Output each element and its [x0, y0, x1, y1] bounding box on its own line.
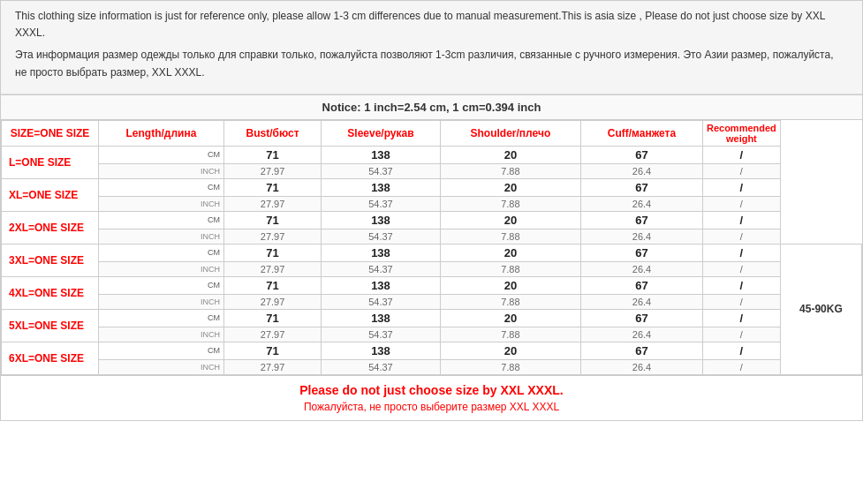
- size-label: L=ONE SIZE: [2, 146, 99, 178]
- cm-length: 71: [223, 146, 321, 163]
- inch-sleeve: 7.88: [440, 294, 580, 309]
- inch-sleeve: 7.88: [440, 163, 580, 178]
- conversion-notice: Notice: 1 inch=2.54 cm, 1 cm=0.394 inch: [1, 94, 862, 120]
- cm-bust: 138: [322, 342, 441, 359]
- inch-cuff: /: [702, 327, 780, 342]
- header-cuff: Cuff/манжета: [581, 120, 703, 146]
- table-row: INCH27.9754.377.8826.4/: [2, 229, 862, 244]
- table-row: 3XL=ONE SIZECM711382067/45-90KG: [2, 244, 862, 261]
- table-row: 4XL=ONE SIZECM711382067/: [2, 276, 862, 294]
- inch-shoulder: 26.4: [581, 261, 703, 276]
- header-shoulder: Shoulder/плечо: [440, 120, 580, 146]
- table-row: INCH27.9754.377.8826.4/: [2, 327, 862, 342]
- table-row: XL=ONE SIZECM711382067/: [2, 178, 862, 196]
- cm-sleeve: 20: [440, 309, 580, 327]
- inch-shoulder: 26.4: [581, 359, 703, 374]
- unit-inch: INCH: [99, 261, 224, 276]
- inch-bust: 54.37: [322, 294, 441, 309]
- notice-header: This clothing size information is just f…: [1, 1, 862, 94]
- inch-shoulder: 26.4: [581, 327, 703, 342]
- cm-cuff: /: [702, 342, 780, 359]
- inch-shoulder: 26.4: [581, 229, 703, 244]
- cm-length: 71: [223, 244, 321, 261]
- cm-shoulder: 67: [581, 276, 703, 294]
- cm-bust: 138: [322, 211, 441, 229]
- inch-bust: 54.37: [322, 261, 441, 276]
- unit-cm: CM: [99, 309, 224, 327]
- unit-inch: INCH: [99, 163, 224, 178]
- header-size: SIZE=ONE SIZE: [2, 120, 99, 146]
- cm-shoulder: 67: [581, 146, 703, 163]
- unit-inch: INCH: [99, 294, 224, 309]
- cm-cuff: /: [702, 276, 780, 294]
- cm-cuff: /: [702, 178, 780, 196]
- inch-cuff: /: [702, 359, 780, 374]
- inch-length: 27.97: [223, 261, 321, 276]
- inch-cuff: /: [702, 163, 780, 178]
- table-row: 2XL=ONE SIZECM711382067/: [2, 211, 862, 229]
- inch-cuff: /: [702, 196, 780, 211]
- table-row: INCH27.9754.377.8826.4/: [2, 294, 862, 309]
- unit-cm: CM: [99, 276, 224, 294]
- table-row: INCH27.9754.377.8826.4/: [2, 196, 862, 211]
- table-row: INCH27.9754.377.8826.4/: [2, 261, 862, 276]
- cm-length: 71: [223, 276, 321, 294]
- cm-sleeve: 20: [440, 178, 580, 196]
- inch-bust: 54.37: [322, 359, 441, 374]
- footer-bar: Please do not just choose size by XXL XX…: [1, 375, 862, 420]
- cm-shoulder: 67: [581, 244, 703, 261]
- size-table: SIZE=ONE SIZE Length/длина Bust/бюст Sle…: [1, 120, 862, 375]
- cm-length: 71: [223, 342, 321, 359]
- cm-length: 71: [223, 309, 321, 327]
- inch-sleeve: 7.88: [440, 229, 580, 244]
- inch-cuff: /: [702, 229, 780, 244]
- cm-cuff: /: [702, 211, 780, 229]
- header-recommended: Recommended weight: [702, 120, 780, 146]
- header-bust: Bust/бюст: [223, 120, 321, 146]
- recommended-weight: 45-90KG: [780, 244, 861, 374]
- cm-bust: 138: [322, 309, 441, 327]
- size-label: 4XL=ONE SIZE: [2, 276, 99, 309]
- unit-cm: CM: [99, 244, 224, 261]
- inch-shoulder: 26.4: [581, 294, 703, 309]
- inch-sleeve: 7.88: [440, 327, 580, 342]
- inch-sleeve: 7.88: [440, 261, 580, 276]
- cm-bust: 138: [322, 178, 441, 196]
- table-row: 5XL=ONE SIZECM711382067/: [2, 309, 862, 327]
- header-length: Length/длина: [99, 120, 224, 146]
- unit-inch: INCH: [99, 229, 224, 244]
- inch-length: 27.97: [223, 294, 321, 309]
- size-label: 5XL=ONE SIZE: [2, 309, 99, 342]
- inch-bust: 54.37: [322, 229, 441, 244]
- table-row: 6XL=ONE SIZECM711382067/: [2, 342, 862, 359]
- unit-inch: INCH: [99, 327, 224, 342]
- inch-length: 27.97: [223, 196, 321, 211]
- cm-shoulder: 67: [581, 211, 703, 229]
- size-label: 3XL=ONE SIZE: [2, 244, 99, 276]
- inch-shoulder: 26.4: [581, 163, 703, 178]
- inch-cuff: /: [702, 294, 780, 309]
- inch-length: 27.97: [223, 327, 321, 342]
- notice-english: This clothing size information is just f…: [15, 8, 848, 41]
- table-row: L=ONE SIZECM711382067/: [2, 146, 862, 163]
- cm-bust: 138: [322, 244, 441, 261]
- header-sleeve: Sleeve/рукав: [322, 120, 441, 146]
- cm-sleeve: 20: [440, 342, 580, 359]
- footer-line2: Пожалуйста, не просто выберите размер XX…: [4, 401, 859, 413]
- notice-russian: Эта информация размер одежды только для …: [15, 47, 848, 80]
- cm-sleeve: 20: [440, 146, 580, 163]
- cm-cuff: /: [702, 309, 780, 327]
- cm-length: 71: [223, 178, 321, 196]
- cm-bust: 138: [322, 146, 441, 163]
- inch-cuff: /: [702, 261, 780, 276]
- inch-bust: 54.37: [322, 327, 441, 342]
- inch-bust: 54.37: [322, 163, 441, 178]
- cm-shoulder: 67: [581, 309, 703, 327]
- inch-length: 27.97: [223, 163, 321, 178]
- unit-inch: INCH: [99, 359, 224, 374]
- cm-sleeve: 20: [440, 276, 580, 294]
- inch-sleeve: 7.88: [440, 196, 580, 211]
- inch-bust: 54.37: [322, 196, 441, 211]
- footer-line1: Please do not just choose size by XXL XX…: [4, 383, 859, 397]
- inch-sleeve: 7.88: [440, 359, 580, 374]
